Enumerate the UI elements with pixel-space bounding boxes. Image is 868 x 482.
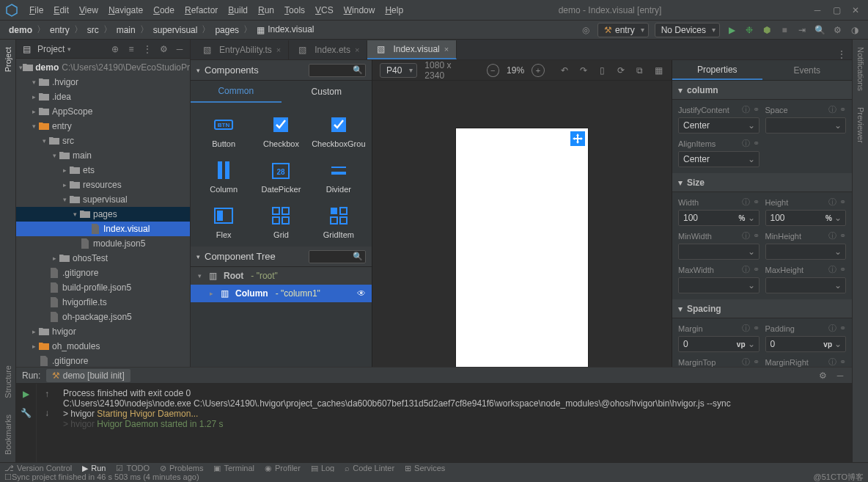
props-tab-events[interactable]: Events xyxy=(762,60,853,80)
device-combo[interactable]: No Devices xyxy=(655,23,720,37)
field-minheight[interactable] xyxy=(765,244,847,260)
palette-tab-common[interactable]: Common xyxy=(191,81,282,103)
collapse-icon[interactable]: ⋮ xyxy=(141,43,153,55)
palette-tab-custom[interactable]: Custom xyxy=(282,81,372,103)
console-settings-icon[interactable]: ⚙ xyxy=(817,370,828,381)
tree-item-ohosTest[interactable]: ▸ohosTest xyxy=(16,251,190,266)
chevron-down-icon[interactable]: ▾ xyxy=(67,45,71,53)
tree-item-supervisual[interactable]: ▾supervisual xyxy=(16,192,190,207)
editor-tab-EntryAbility.ts[interactable]: ▧EntryAbility.ts× xyxy=(194,40,289,59)
debug-icon[interactable]: ❉ xyxy=(743,24,755,36)
group-spacing[interactable]: ▾Spacing xyxy=(672,299,852,318)
tree-item-Index.visual[interactable]: Index.visual xyxy=(16,222,190,236)
stop-icon[interactable]: ■ xyxy=(779,24,790,36)
menu-vcs[interactable]: VCS xyxy=(311,4,338,17)
visibility-icon[interactable]: 👁 xyxy=(357,288,366,299)
menu-navigate[interactable]: Navigate xyxy=(104,4,147,17)
breadcrumb-src[interactable]: src xyxy=(86,25,100,35)
link-icon[interactable]: ⚭ xyxy=(839,231,846,241)
breadcrumb-supervisual[interactable]: supervisual xyxy=(152,25,199,35)
editor-tab-Index.ets[interactable]: ▧Index.ets× xyxy=(289,40,367,59)
tree-item-ets[interactable]: ▸ets xyxy=(16,163,190,178)
field-height[interactable]: 100% xyxy=(765,210,847,226)
info-icon[interactable]: ⓘ xyxy=(828,104,836,115)
component-column[interactable]: Column xyxy=(195,156,252,197)
gutter-tab-notifications[interactable]: Notifications xyxy=(856,44,865,94)
link-icon[interactable]: ⚭ xyxy=(753,231,760,241)
menu-refactor[interactable]: Refactor xyxy=(180,4,222,17)
tree-item-src[interactable]: ▾src xyxy=(16,134,190,148)
console-output[interactable]: Process finished with exit code 0C:\User… xyxy=(57,384,852,462)
link-icon[interactable]: ⚭ xyxy=(839,197,846,207)
console-hide-icon[interactable]: ─ xyxy=(834,370,846,381)
field-maxheight[interactable] xyxy=(765,277,847,293)
info-icon[interactable]: ⓘ xyxy=(742,357,750,368)
breadcrumb-Index.visual[interactable]: ▦Index.visual xyxy=(255,24,315,35)
device-select[interactable]: P40 xyxy=(380,63,417,78)
component-button[interactable]: BTNButton xyxy=(195,110,252,151)
gutter-tab-structure[interactable]: Structure xyxy=(4,362,12,401)
breadcrumb-main[interactable]: main xyxy=(115,25,137,35)
component-datepicker[interactable]: 28DatePicker xyxy=(252,156,309,197)
link-icon[interactable]: ⚭ xyxy=(753,324,760,333)
tree-item-AppScope[interactable]: ▸AppScope xyxy=(16,104,190,119)
tree-item-oh-package.json5[interactable]: oh-package.json5 xyxy=(16,310,190,324)
tree-item-oh_modules[interactable]: ▸oh_modules xyxy=(16,339,190,354)
close-icon[interactable]: × xyxy=(444,45,449,54)
component-divider[interactable]: Divider xyxy=(310,156,367,197)
info-icon[interactable]: ⓘ xyxy=(742,138,750,149)
breadcrumb-entry[interactable]: entry xyxy=(48,25,71,35)
tree-item-.gitignore[interactable]: .gitignore xyxy=(16,354,190,368)
ctree-root[interactable]: ▾▥Root- "root" xyxy=(191,267,372,285)
info-icon[interactable]: ⓘ xyxy=(828,230,836,241)
down-icon[interactable]: ↓ xyxy=(41,407,53,419)
coverage-icon[interactable]: ⬢ xyxy=(761,24,773,36)
link-icon[interactable]: ⚭ xyxy=(753,197,760,207)
field-maxwidth[interactable] xyxy=(678,277,760,293)
menu-run[interactable]: Run xyxy=(254,4,279,17)
link-icon[interactable]: ⚭ xyxy=(839,105,846,114)
ctree-column[interactable]: ▸▥Column- "column1"👁 xyxy=(191,285,372,302)
close-icon[interactable]: ✕ xyxy=(850,5,861,15)
grid-icon[interactable]: ▦ xyxy=(652,65,664,76)
menu-edit[interactable]: Edit xyxy=(49,4,73,17)
tree-item-.gitignore[interactable]: .gitignore xyxy=(16,266,190,280)
tree-root[interactable]: ▾demoC:\Users\24190\DevEcoStudioPr xyxy=(16,60,190,75)
console-task[interactable]: ⚒ demo [build init] xyxy=(46,369,130,382)
redo-icon[interactable]: ↷ xyxy=(578,65,589,76)
breadcrumb-demo[interactable]: demo xyxy=(7,25,34,35)
link-icon[interactable]: ⚭ xyxy=(753,265,760,274)
group-column[interactable]: ▾column xyxy=(672,81,852,100)
field-justifycontent[interactable]: Center xyxy=(678,117,760,134)
tree-item-entry[interactable]: ▾entry xyxy=(16,119,190,134)
rerun-icon[interactable]: ▶ xyxy=(21,388,32,400)
profile-icon[interactable]: ◑ xyxy=(849,24,861,36)
info-icon[interactable]: ⓘ xyxy=(828,323,836,334)
info-icon[interactable]: ⓘ xyxy=(742,323,750,334)
tabs-more-icon[interactable]: ⋮ xyxy=(831,49,852,59)
component-tree-search[interactable]: 🔍 xyxy=(309,250,366,263)
menu-help[interactable]: Help xyxy=(380,4,408,17)
field-width[interactable]: 100% xyxy=(678,210,760,226)
menu-code[interactable]: Code xyxy=(149,4,179,17)
component-grid[interactable]: Grid xyxy=(252,201,309,242)
menu-view[interactable]: View xyxy=(75,4,103,17)
gear-icon[interactable]: ⚙ xyxy=(158,43,169,55)
zoom-out-button[interactable]: − xyxy=(487,64,500,77)
menu-file[interactable]: File xyxy=(25,4,48,17)
wrench-icon[interactable]: 🔧 xyxy=(21,407,32,419)
field-margin[interactable]: 0vp xyxy=(678,336,760,352)
menu-tools[interactable]: Tools xyxy=(280,4,309,17)
info-icon[interactable]: ⓘ xyxy=(828,357,836,368)
info-icon[interactable]: ⓘ xyxy=(742,104,750,115)
tree-item-main[interactable]: ▾main xyxy=(16,148,190,163)
tree-item-resources[interactable]: ▸resources xyxy=(16,178,190,192)
info-icon[interactable]: ⓘ xyxy=(828,264,836,275)
gutter-tab-project[interactable]: Project xyxy=(4,44,12,75)
link-icon[interactable]: ⚭ xyxy=(753,139,760,148)
chevron-down-icon[interactable]: ▾ xyxy=(196,253,200,260)
sync-icon[interactable]: ◎ xyxy=(580,24,592,36)
group-size[interactable]: ▾Size xyxy=(672,173,852,192)
link-icon[interactable]: ⚭ xyxy=(753,105,760,114)
component-griditem[interactable]: GridItem xyxy=(310,201,367,242)
